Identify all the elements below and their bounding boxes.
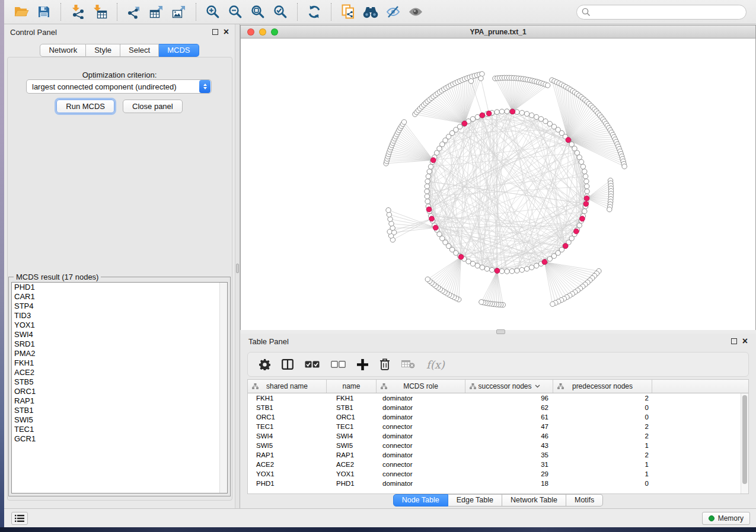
column-header-name[interactable]: name xyxy=(327,380,377,393)
mcds-result-node[interactable]: TID3 xyxy=(12,311,227,321)
export-network-icon[interactable] xyxy=(123,2,145,22)
column-header-successor-nodes[interactable]: successor nodes xyxy=(465,380,553,393)
mcds-result-node[interactable]: CAR1 xyxy=(12,292,227,302)
cell-successor_nodes: 46 xyxy=(465,432,553,440)
column-header-shared-name[interactable]: shared name xyxy=(248,380,327,393)
table-panel-title: Table Panel xyxy=(248,337,289,346)
export-image-icon[interactable] xyxy=(168,2,190,22)
zoom-selected-icon[interactable] xyxy=(269,2,292,22)
add-row-plus-icon[interactable] xyxy=(357,359,368,370)
mcds-result-node[interactable]: RAP1 xyxy=(12,396,227,406)
table-row[interactable]: PHD1PHD1dominator180 xyxy=(248,479,748,488)
tab-style[interactable]: Style xyxy=(86,44,120,57)
maximize-window-icon[interactable] xyxy=(271,28,278,36)
mcds-result-node[interactable]: ORC1 xyxy=(12,387,227,396)
column-header-MCDS-role[interactable]: MCDS role xyxy=(377,380,465,393)
close-table-panel-icon[interactable]: × xyxy=(742,338,748,344)
mcds-result-node[interactable]: YOX1 xyxy=(12,321,227,330)
deselect-all-icon[interactable] xyxy=(331,361,346,368)
table-row[interactable]: RAP1RAP1dominator352 xyxy=(248,450,748,460)
float-panel-icon[interactable] xyxy=(212,29,218,35)
table-row[interactable]: YOX1YOX1connector291 xyxy=(248,469,748,479)
network-window-titlebar[interactable]: YPA_prune.txt_1 xyxy=(241,25,755,39)
select-all-icon[interactable] xyxy=(305,361,320,368)
mcds-result-node[interactable]: SWI5 xyxy=(12,415,227,425)
list-icon xyxy=(15,515,24,522)
zoom-in-icon[interactable] xyxy=(202,2,224,22)
mcds-result-node[interactable]: ACE2 xyxy=(12,368,227,377)
tab-node-table[interactable]: Node Table xyxy=(393,494,448,507)
open-file-icon[interactable] xyxy=(10,2,33,22)
first-neighbors-icon[interactable] xyxy=(359,2,382,22)
network-canvas[interactable] xyxy=(241,39,755,330)
mcds-result-node[interactable]: STP4 xyxy=(12,302,227,311)
table-row[interactable]: SWI5SWI5connector431 xyxy=(248,441,748,450)
table-row[interactable]: TEC1TEC1connector472 xyxy=(248,422,748,431)
table-settings-gear-icon[interactable] xyxy=(259,359,270,370)
vertical-splitter[interactable] xyxy=(235,24,240,508)
refresh-icon[interactable] xyxy=(303,2,326,22)
mcds-result-node[interactable]: FKH1 xyxy=(12,358,227,368)
minimize-window-icon[interactable] xyxy=(259,28,266,36)
cell-predecessor_nodes: 2 xyxy=(553,395,652,402)
status-bar: Memory xyxy=(4,508,756,527)
cell-name: SWI5 xyxy=(327,442,377,449)
cell-shared_name: YOX1 xyxy=(248,470,327,477)
column-header-predecessor-nodes[interactable]: predecessor nodes xyxy=(553,380,652,393)
mcds-result-node[interactable]: SWI4 xyxy=(12,330,227,339)
tab-edge-table[interactable]: Edge Table xyxy=(448,494,502,507)
function-builder-icon[interactable]: f(x) xyxy=(426,358,445,371)
table-scrollbar-thumb[interactable] xyxy=(742,395,747,484)
cell-shared_name: RAP1 xyxy=(248,451,327,459)
splitter-grip[interactable] xyxy=(236,264,239,273)
cell-predecessor_nodes: 1 xyxy=(553,470,652,477)
delete-trash-icon[interactable] xyxy=(379,358,390,370)
table-row[interactable]: ORC1ORC1dominator610 xyxy=(248,412,748,422)
memory-button[interactable]: Memory xyxy=(702,512,750,525)
mcds-result-node[interactable]: PMA2 xyxy=(12,349,227,358)
hide-selected-icon[interactable] xyxy=(382,2,404,22)
mcds-result-node[interactable]: STB5 xyxy=(12,377,227,387)
search-input[interactable] xyxy=(576,5,747,20)
table-row[interactable]: FKH1FKH1dominator962 xyxy=(248,393,748,403)
zoom-fit-icon[interactable] xyxy=(247,2,269,22)
show-all-icon[interactable] xyxy=(404,2,427,22)
table-row[interactable]: STB1STB1dominator620 xyxy=(248,403,748,412)
import-network-icon[interactable] xyxy=(66,2,89,22)
table-row[interactable]: ACE2ACE2connector311 xyxy=(248,460,748,469)
node-table-header-row: shared namenameMCDS rolesuccessor nodesp… xyxy=(248,380,748,393)
close-panel-icon[interactable]: × xyxy=(224,29,229,35)
run-mcds-button[interactable]: Run MCDS xyxy=(56,100,114,113)
cell-name: YOX1 xyxy=(327,470,377,477)
mcds-result-node[interactable]: GCR1 xyxy=(12,434,227,444)
mcds-list-scrollbar[interactable] xyxy=(219,283,227,493)
mcds-result-node[interactable]: SRD1 xyxy=(12,339,227,349)
mcds-result-node[interactable]: TEC1 xyxy=(12,425,227,434)
cell-shared_name: PHD1 xyxy=(248,480,327,487)
export-table-icon[interactable] xyxy=(145,2,168,22)
close-panel-button[interactable]: Close panel xyxy=(123,100,183,113)
cell-shared_name: ORC1 xyxy=(248,414,327,421)
tab-network[interactable]: Network xyxy=(40,44,86,57)
table-tabs: Node TableEdge TableNetwork TableMotifs xyxy=(240,494,756,507)
zoom-out-icon[interactable] xyxy=(224,2,247,22)
mcds-result-node[interactable]: PHD1 xyxy=(12,283,227,292)
tab-select[interactable]: Select xyxy=(120,44,159,57)
delete-table-icon[interactable] xyxy=(401,360,415,368)
show-columns-icon[interactable] xyxy=(282,359,294,370)
optimization-criterion-dropdown[interactable]: largest connected component (undirected) xyxy=(26,79,212,94)
table-scrollbar[interactable] xyxy=(741,393,748,493)
tab-motifs[interactable]: Motifs xyxy=(566,494,603,507)
tab-mcds[interactable]: MCDS xyxy=(159,44,199,57)
save-session-icon[interactable] xyxy=(33,2,55,22)
duplicate-network-icon[interactable] xyxy=(337,2,359,22)
table-row[interactable]: SWI4SWI4dominator462 xyxy=(248,431,748,441)
import-table-icon[interactable] xyxy=(89,2,111,22)
cell-name: ACE2 xyxy=(327,461,377,468)
task-history-button[interactable] xyxy=(11,512,28,525)
close-window-icon[interactable] xyxy=(247,28,254,36)
horizontal-splitter-grip[interactable] xyxy=(496,329,505,334)
float-table-panel-icon[interactable] xyxy=(731,338,737,344)
mcds-result-node[interactable]: STB1 xyxy=(12,406,227,415)
tab-network-table[interactable]: Network Table xyxy=(502,494,566,507)
